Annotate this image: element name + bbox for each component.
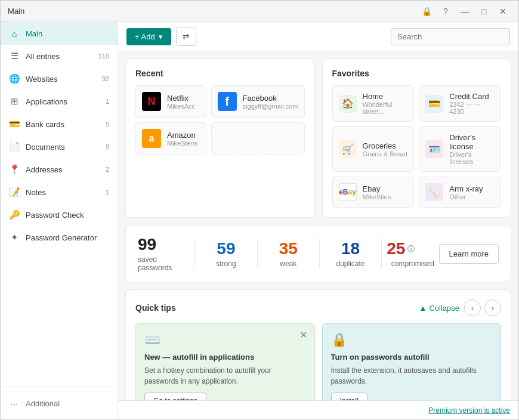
- tip-close-button[interactable]: ✕: [298, 329, 310, 341]
- tip-autofill-title: New — autofill in applications: [144, 353, 306, 362]
- add-button[interactable]: + Add ▾: [126, 28, 171, 45]
- fav-home-info: Home Wonderful street...: [363, 92, 408, 115]
- fav-item-arm-xray[interactable]: 🦴 Arm x-ray Other: [419, 177, 501, 208]
- move-icon: ⇄: [183, 32, 190, 41]
- fav-xray-sub: Other: [449, 193, 483, 200]
- sidebar-item-websites[interactable]: 🌐 Websites 92: [1, 67, 118, 90]
- fav-groceries-sub: Grains & Bread: [363, 150, 407, 158]
- recent-item-facebook[interactable]: f Facebook ziggyff@gmail.com: [211, 85, 305, 118]
- fav-ebay-info: Ebay MikeSties: [363, 184, 391, 200]
- fav-item-drivers-license[interactable]: 🪪 Driver's license Driver's licenses: [419, 126, 501, 172]
- sidebar-label-apps: Applications: [26, 97, 100, 106]
- stat-weak-count: 35: [262, 239, 314, 258]
- facebook-sub: ziggyff@gmail.com: [243, 103, 298, 110]
- fav-item-ebay[interactable]: eBay Ebay MikeSties: [332, 177, 415, 208]
- sidebar-label-docs: Documents: [26, 143, 100, 152]
- add-chevron-icon: ▾: [159, 32, 163, 41]
- premium-link[interactable]: Premium version is active: [428, 406, 510, 415]
- recent-section: Recent N Netflix MikesAcc: [125, 58, 315, 218]
- install-button[interactable]: Install: [331, 393, 367, 400]
- close-icon[interactable]: ✕: [495, 3, 511, 20]
- sidebar-label-pw-gen: Password Generator: [26, 233, 109, 242]
- move-button[interactable]: ⇄: [176, 27, 196, 46]
- favorites-title: Favorites: [332, 69, 502, 78]
- sidebar-item-main[interactable]: ⌂ Main: [1, 22, 118, 45]
- fav-license-info: Driver's license Driver's licenses: [449, 133, 495, 165]
- go-to-settings-button[interactable]: Go to settings: [144, 393, 206, 400]
- list-icon: ☰: [9, 51, 20, 61]
- sidebar-label-all: All entries: [26, 52, 92, 61]
- sidebar-item-bank-cards[interactable]: 💳 Bank cards 5: [1, 113, 118, 135]
- tip-next-button[interactable]: ›: [484, 299, 501, 316]
- app-window: Main 🔒 ? — □ ✕ ⌂ Main ☰ All entries 110 …: [0, 0, 519, 420]
- amazon-info: Amazon MikeStens: [167, 131, 197, 147]
- fav-home-name: Home: [363, 92, 408, 101]
- quick-tips-title: Quick tips: [135, 303, 176, 313]
- fav-item-groceries[interactable]: 🛒 Groceries Grains & Bread: [332, 126, 415, 172]
- recent-item-netflix[interactable]: N Netflix MikesAcc: [135, 85, 206, 118]
- main-layout: ⌂ Main ☰ All entries 110 🌐 Websites 92 ⊞…: [1, 22, 518, 419]
- tip-passwords-desc: Install the extension, it autosaves and …: [331, 365, 493, 387]
- facebook-icon: f: [218, 92, 237, 111]
- stat-compromised-count: 25: [387, 239, 405, 258]
- fav-item-home[interactable]: 🏠 Home Wonderful street...: [332, 85, 415, 122]
- sidebar-item-password-check[interactable]: 🔑 Password Check: [1, 203, 118, 226]
- stat-saved: 99 saved passwords: [138, 235, 190, 272]
- sidebar-item-all-entries[interactable]: ☰ All entries 110: [1, 45, 118, 67]
- fav-item-credit-card[interactable]: 💳 Credit Card 2342 ···· ···· 4230: [419, 85, 501, 122]
- sidebar-item-password-generator[interactable]: ✦ Password Generator: [1, 226, 118, 249]
- location-icon: 📍: [9, 164, 20, 175]
- sidebar-label-addresses: Addresses: [26, 165, 100, 174]
- stat-saved-label: saved passwords: [138, 255, 190, 272]
- stat-duplicate-count: 18: [325, 239, 376, 258]
- sidebar-count-docs: 9: [106, 143, 109, 150]
- sidebar-count-apps: 1: [106, 98, 109, 105]
- lock-icon[interactable]: 🔒: [418, 3, 435, 20]
- right-panel: + Add ▾ ⇄ Recent: [118, 22, 518, 419]
- sidebar-item-applications[interactable]: ⊞ Applications 1: [1, 90, 118, 113]
- sidebar-item-addresses[interactable]: 📍 Addresses 2: [1, 158, 118, 181]
- stat-divider-1: [194, 239, 195, 268]
- recent-favorites-row: Recent N Netflix MikesAcc: [125, 58, 511, 218]
- maximize-icon[interactable]: □: [475, 3, 492, 20]
- facebook-name: Facebook: [243, 94, 298, 103]
- window-controls: 🔒 ? — □ ✕: [418, 3, 511, 20]
- quick-tips-section: Quick tips ▲ Collapse ‹ › ✕: [125, 289, 511, 400]
- sidebar-count-addresses: 2: [106, 166, 109, 173]
- stat-duplicate: 18 duplicate: [325, 239, 376, 268]
- stat-saved-count: 99: [138, 235, 190, 254]
- netflix-icon: N: [142, 92, 161, 111]
- tip-prev-button[interactable]: ‹: [464, 299, 481, 316]
- sidebar-item-additional[interactable]: ··· Additional: [1, 392, 118, 415]
- netflix-sub: MikesAcc: [167, 103, 195, 110]
- fav-xray-name: Arm x-ray: [449, 184, 483, 193]
- app-icon: ⊞: [9, 96, 20, 107]
- help-icon[interactable]: ?: [437, 3, 454, 20]
- check-icon: 🔑: [9, 209, 20, 220]
- favorites-grid: 🏠 Home Wonderful street... 💳 Cre: [332, 85, 502, 208]
- search-input[interactable]: [391, 28, 510, 45]
- stat-weak: 35 weak: [262, 239, 314, 268]
- info-icon: ⓘ: [407, 244, 415, 254]
- fav-card-icon: 💳: [425, 95, 443, 113]
- sidebar-label-pw-check: Password Check: [26, 211, 109, 220]
- sidebar-label-websites: Websites: [26, 75, 96, 84]
- tips-grid: ✕ ⌨️ New — autofill in applications Set …: [135, 323, 501, 400]
- amazon-sub: MikeStens: [167, 140, 197, 147]
- favorites-section: Favorites 🏠 Home Wonderful street...: [322, 58, 512, 218]
- collapse-button[interactable]: ▲ Collapse: [419, 304, 459, 313]
- fav-home-sub: Wonderful street...: [363, 101, 408, 115]
- fav-license-icon: 🪪: [425, 140, 443, 158]
- sidebar-count-all: 110: [98, 52, 109, 60]
- sidebar-item-documents[interactable]: 📄 Documents 9: [1, 135, 118, 158]
- tip-card-autofill-apps: ✕ ⌨️ New — autofill in applications Set …: [135, 323, 315, 400]
- learn-more-button[interactable]: Learn more: [439, 244, 499, 264]
- fav-home-icon: 🏠: [339, 95, 357, 113]
- recent-title: Recent: [135, 69, 305, 78]
- sidebar-count-bank: 5: [106, 121, 109, 128]
- minimize-icon[interactable]: —: [456, 3, 473, 20]
- sidebar-item-notes[interactable]: 📝 Notes 1: [1, 181, 118, 203]
- fav-groceries-name: Groceries: [363, 141, 407, 150]
- stat-strong: 59 strong: [200, 239, 252, 268]
- recent-item-amazon[interactable]: a Amazon MikeStens: [135, 122, 206, 155]
